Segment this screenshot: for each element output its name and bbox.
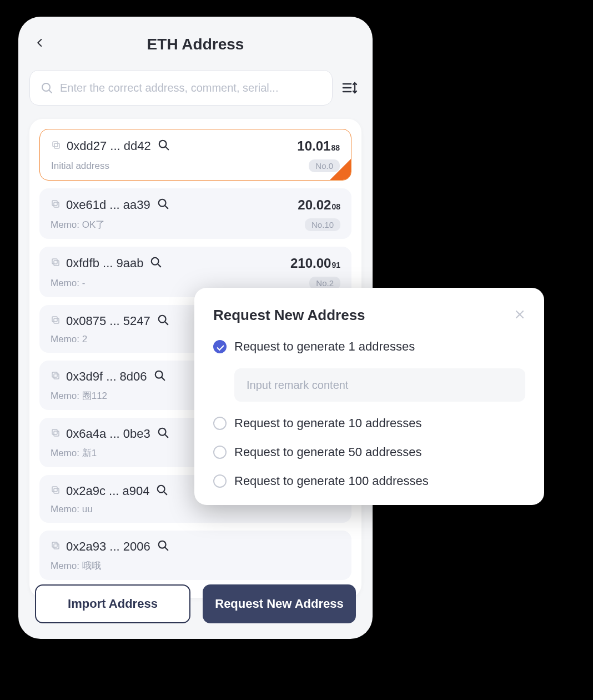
address-item[interactable]: 0xe61d ... aa3920.0208Memo: OK了No.10 — [39, 188, 351, 239]
view-detail-button[interactable] — [153, 369, 166, 384]
radio-label: Request to generate 10 addresses — [234, 416, 422, 431]
svg-line-12 — [165, 206, 168, 208]
view-detail-button[interactable] — [156, 427, 169, 441]
address-text: 0x3d9f ... 8d06 — [66, 369, 147, 384]
copy-button[interactable] — [51, 541, 61, 553]
radio-indicator[interactable] — [213, 474, 227, 488]
copy-button[interactable] — [51, 257, 61, 269]
address-row: 0xdd27 ... dd4210.0188 — [51, 138, 340, 154]
request-new-address-modal: Request New Address Request to generate … — [194, 288, 544, 505]
svg-rect-22 — [52, 372, 57, 377]
modal-close-button[interactable] — [514, 308, 525, 323]
magnifier-icon — [156, 484, 168, 496]
memo-text: Memo: 哦哦 — [51, 559, 101, 572]
close-icon — [514, 309, 525, 320]
view-detail-button[interactable] — [156, 314, 169, 328]
bottom-bar: Import Address Request New Address — [35, 584, 356, 623]
svg-rect-26 — [52, 429, 57, 434]
svg-line-28 — [165, 434, 168, 437]
svg-rect-30 — [52, 487, 57, 492]
view-detail-button[interactable] — [149, 256, 162, 271]
memo-text: Memo: OK了 — [51, 218, 105, 231]
magnifier-icon — [157, 539, 169, 552]
address-text: 0xfdfb ... 9aab — [66, 256, 143, 271]
copy-icon — [51, 485, 61, 495]
search-row — [29, 70, 361, 106]
address-item[interactable]: 0xdd27 ... dd4210.0188Initial addressNo.… — [39, 129, 351, 181]
svg-line-36 — [165, 547, 168, 550]
radio-label: Request to generate 100 addresses — [234, 474, 429, 488]
serial-badge: No.0 — [309, 159, 340, 172]
sort-button[interactable] — [339, 77, 361, 99]
copy-button[interactable] — [51, 485, 61, 497]
address-text: 0xe61d ... aa39 — [66, 198, 150, 212]
svg-line-16 — [158, 264, 161, 267]
address-text: 0x6a4a ... 0be3 — [66, 427, 150, 441]
view-detail-button[interactable] — [157, 139, 170, 153]
svg-line-8 — [165, 147, 168, 149]
import-address-button[interactable]: Import Address — [35, 584, 190, 623]
memo-text: Memo: - — [51, 278, 85, 289]
address-text: 0x2a93 ... 2006 — [66, 539, 150, 554]
svg-rect-10 — [52, 201, 57, 206]
address-meta-row: Memo: uu — [51, 504, 340, 515]
magnifier-icon — [157, 314, 169, 326]
back-button[interactable] — [35, 34, 51, 50]
balance: 210.0091 — [290, 256, 340, 271]
copy-icon — [51, 199, 61, 209]
remark-input[interactable] — [234, 368, 525, 402]
copy-button[interactable] — [51, 428, 61, 440]
svg-rect-13 — [54, 261, 59, 266]
view-detail-button[interactable] — [156, 198, 169, 212]
memo-text: Memo: uu — [51, 504, 93, 515]
svg-rect-18 — [52, 317, 57, 322]
radio-option[interactable]: Request to generate 10 addresses — [213, 416, 525, 431]
svg-rect-5 — [54, 143, 59, 148]
radio-option[interactable]: Request to generate 50 addresses — [213, 445, 525, 459]
copy-icon — [51, 371, 61, 381]
magnifier-icon — [157, 198, 169, 210]
svg-line-32 — [164, 492, 167, 494]
copy-icon — [51, 428, 61, 438]
svg-rect-14 — [52, 259, 57, 264]
address-row: 0xfdfb ... 9aab210.0091 — [51, 256, 340, 271]
address-meta-row: Initial addressNo.0 — [51, 159, 340, 172]
radio-indicator[interactable] — [213, 446, 227, 459]
balance-main: 10.01 — [297, 138, 330, 154]
copy-button[interactable] — [51, 199, 61, 211]
address-meta-row: Memo: OK了No.10 — [51, 218, 340, 231]
copy-button[interactable] — [51, 371, 61, 383]
view-detail-button[interactable] — [156, 539, 169, 554]
balance-sub: 08 — [331, 202, 340, 211]
svg-line-1 — [49, 91, 52, 93]
view-detail-button[interactable] — [155, 484, 168, 498]
memo-text: Initial address — [51, 161, 109, 172]
chevron-left-icon — [35, 34, 45, 51]
copy-icon — [51, 257, 61, 267]
svg-rect-29 — [54, 488, 59, 493]
radio-option[interactable]: Request to generate 100 addresses — [213, 474, 525, 488]
address-item[interactable]: 0x2a93 ... 2006Memo: 哦哦 — [39, 531, 351, 580]
address-text: 0xdd27 ... dd42 — [67, 139, 151, 153]
request-new-address-button[interactable]: Request New Address — [203, 584, 356, 623]
radio-indicator[interactable] — [213, 417, 227, 430]
svg-line-20 — [165, 322, 168, 324]
balance: 10.0188 — [297, 138, 340, 154]
copy-icon — [51, 140, 61, 150]
svg-rect-33 — [54, 544, 59, 549]
search-input[interactable] — [60, 82, 322, 94]
memo-text: Memo: 新1 — [51, 447, 97, 459]
balance-main: 210.00 — [290, 256, 331, 271]
header: ETH Address — [29, 28, 361, 61]
radio-option[interactable]: Request to generate 1 addresses — [213, 339, 525, 354]
svg-line-24 — [162, 377, 164, 380]
search-box[interactable] — [29, 70, 333, 106]
address-text: 0x0875 ... 5247 — [66, 314, 150, 328]
radio-label: Request to generate 50 addresses — [234, 445, 422, 459]
modal-title: Request New Address — [213, 307, 365, 324]
radio-indicator[interactable] — [213, 340, 227, 353]
address-text: 0x2a9c ... a904 — [66, 484, 149, 498]
copy-button[interactable] — [51, 315, 61, 327]
balance-main: 20.02 — [298, 197, 331, 213]
copy-button[interactable] — [51, 140, 61, 152]
